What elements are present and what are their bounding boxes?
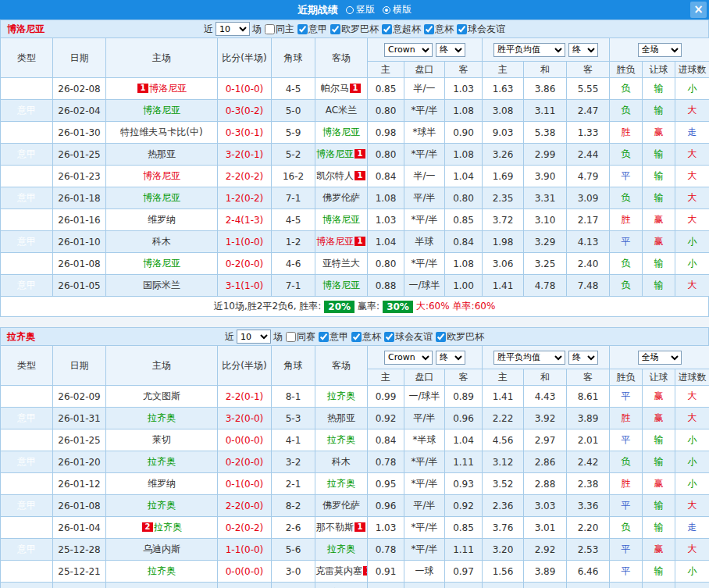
- score: 2-2(0-1): [218, 386, 272, 408]
- filter-checkbox[interactable]: [351, 332, 362, 342]
- bookmaker-select[interactable]: Crown: [384, 43, 433, 57]
- match-row: 意甲26-01-16维罗纳2-4(1-3)4-5博洛尼亚1.03*平/半0.85…: [1, 209, 709, 231]
- red-card-badge: 1: [363, 566, 368, 576]
- red-card-badge: 2: [142, 522, 153, 532]
- match-row: 意甲26-01-18博洛尼亚1-2(0-2)7-1佛罗伦萨1.08平/半0.80…: [1, 187, 709, 209]
- summary-text: 单率:60%: [453, 300, 496, 313]
- home-team-cell: 国际米兰: [106, 275, 218, 297]
- league-type: 意甲: [1, 253, 53, 275]
- avg-odds-draw: 3.11: [524, 100, 567, 122]
- handicap-odds-home: 1.03: [368, 517, 404, 539]
- filter-意甲[interactable]: 意甲: [297, 23, 327, 36]
- avg-select[interactable]: 胜平负均值: [493, 351, 565, 365]
- result-cell: 负: [610, 517, 643, 539]
- filter-意杯[interactable]: 意杯: [424, 23, 454, 36]
- result-cell: 胜: [610, 583, 643, 588]
- result-cell: 平: [610, 231, 643, 253]
- handicap-odds-home: 1.03: [368, 209, 404, 231]
- goals-result-cell: 小: [675, 78, 709, 100]
- filter-checkbox[interactable]: [297, 24, 308, 34]
- scope-select[interactable]: 全场: [638, 43, 682, 57]
- filter-意超杯[interactable]: 意超杯: [382, 23, 421, 36]
- league-type: 意甲: [1, 231, 53, 253]
- away-team-cell: AC米兰: [315, 100, 368, 122]
- result-cell: 负: [610, 451, 643, 473]
- filter-checkbox[interactable]: [424, 24, 434, 34]
- filter-意甲[interactable]: 意甲: [319, 330, 348, 344]
- col-odds-home: 主: [368, 369, 404, 386]
- filter-欧罗巴杯[interactable]: 欧罗巴杯: [436, 330, 484, 344]
- avg-odds-away: 4.13: [567, 231, 610, 253]
- avg-select[interactable]: 胜平负均值: [493, 43, 565, 57]
- result-cell: 平: [610, 429, 643, 451]
- recent-count-select[interactable]: 10: [237, 330, 271, 344]
- filter-checkbox[interactable]: [436, 332, 446, 342]
- summary-text: 赢率:: [358, 300, 379, 313]
- corners: 3-0: [272, 561, 315, 583]
- score: 0-1(0-0): [218, 78, 272, 100]
- filter-checkbox[interactable]: [319, 332, 329, 342]
- filter-同主[interactable]: 同主: [265, 23, 294, 36]
- home-team-name: 博洛尼亚: [143, 170, 180, 181]
- filter-球会友谊[interactable]: 球会友谊: [384, 330, 433, 344]
- avg-odds-draw: 3.31: [524, 187, 567, 209]
- col-date: 日期: [53, 38, 106, 78]
- away-team-name: 博洛尼亚: [316, 236, 354, 247]
- filter-checkbox[interactable]: [265, 24, 275, 34]
- filter-checkbox[interactable]: [382, 24, 392, 34]
- bookmaker-final-select[interactable]: 终: [436, 43, 465, 57]
- filter-checkbox[interactable]: [330, 24, 340, 34]
- layout-horizontal-radio[interactable]: 横版: [383, 3, 412, 16]
- col-away: 客场: [315, 38, 368, 78]
- filter-球会友谊[interactable]: 球会友谊: [457, 23, 505, 36]
- home-team-name: 国际米兰: [143, 280, 180, 290]
- handicap-odds-away: 1.08: [445, 253, 483, 275]
- bookmaker-select[interactable]: Crown: [384, 351, 433, 365]
- league-type: 意甲: [1, 561, 53, 583]
- bookmaker-final-select[interactable]: 终: [436, 351, 465, 365]
- avg-odds-draw: 3.89: [524, 561, 567, 583]
- handicap-line: 半/一: [404, 166, 445, 187]
- corners: 8-1: [272, 386, 315, 408]
- handicap-result-cell: 输: [643, 78, 675, 100]
- avg-odds-draw: 4.43: [524, 386, 567, 408]
- layout-vertical-radio[interactable]: 竖版: [346, 3, 375, 16]
- score: 0-3(0-1): [218, 122, 272, 144]
- col-corner: 角球: [272, 346, 315, 386]
- home-team-name: 尤文图斯: [143, 390, 180, 401]
- match-row: 意甲25-12-21拉齐奥0-0(0-0)3-0克雷莫内塞10.91一球0.97…: [1, 561, 709, 583]
- filter-同赛[interactable]: 同赛: [286, 330, 315, 344]
- filter-label: 意超杯: [393, 23, 421, 36]
- league-type: 意甲: [1, 473, 53, 495]
- titlebar-center: 近期战绩 竖版 横版: [297, 3, 412, 17]
- away-team-cell: 拉齐奥: [315, 539, 368, 561]
- avg-final-select[interactable]: 终: [568, 43, 598, 57]
- handicap-odds-home: 0.92: [368, 408, 404, 429]
- avg-odds-home: 1.63: [483, 78, 524, 100]
- filter-checkbox[interactable]: [457, 24, 467, 34]
- avg-odds-home: 1.41: [483, 386, 524, 408]
- filter-checkbox[interactable]: [286, 332, 296, 342]
- home-team-cell: 博洛尼亚: [106, 187, 218, 209]
- close-icon[interactable]: ×: [690, 2, 707, 18]
- score: 2-2(0-2): [218, 166, 272, 187]
- handicap-odds-away: 0.97: [445, 561, 483, 583]
- col-odds-line: 盘口: [404, 62, 445, 78]
- filter-意杯[interactable]: 意杯: [351, 330, 381, 344]
- score: 1-1(0-0): [218, 539, 272, 561]
- away-team-name: AC米兰: [326, 105, 357, 116]
- handicap-line: *平/半: [404, 144, 445, 166]
- goals-result-cell: 大: [675, 144, 709, 166]
- handicap-odds-away: 0.85: [445, 209, 483, 231]
- away-team-name: 拉齐奥: [327, 390, 355, 401]
- filter-checkbox[interactable]: [384, 332, 394, 342]
- titlebar: 近期战绩 竖版 横版 ×: [0, 0, 709, 20]
- avg-final-select[interactable]: 终: [568, 351, 598, 365]
- filter-欧罗巴杯[interactable]: 欧罗巴杯: [330, 23, 379, 36]
- avg-odds-away: 2.08: [567, 583, 610, 588]
- away-team-cell: 拉齐奥2: [315, 583, 368, 588]
- avg-odds-draw: 4.78: [524, 275, 567, 297]
- recent-count-select[interactable]: 10: [216, 22, 250, 36]
- avg-odds-away: 2.38: [567, 473, 610, 495]
- scope-select[interactable]: 全场: [638, 351, 682, 365]
